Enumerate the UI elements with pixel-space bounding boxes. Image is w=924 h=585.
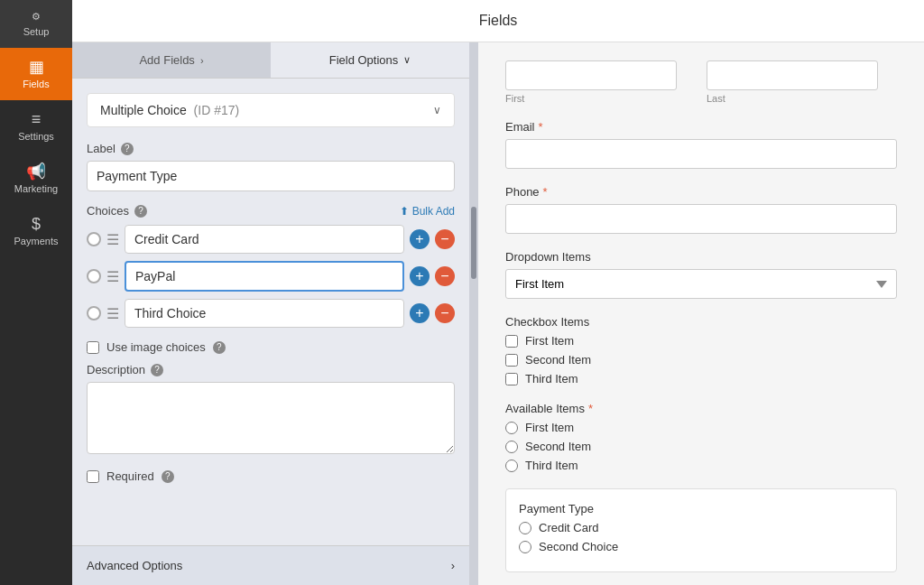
sidebar: ⚙ Setup ▦ Fields ≡ Settings 📢 Marketing …	[0, 0, 72, 585]
preview-email-group: Email *	[505, 120, 897, 169]
preview-payment-group: Payment Type Credit Card Second Choice	[505, 488, 897, 572]
right-panel: First Last Email * Phon	[478, 42, 924, 585]
choice-radio-1[interactable]	[87, 232, 101, 246]
choice-input-3[interactable]	[125, 299, 404, 328]
drag-handle-icon-1[interactable]: ☰	[106, 231, 119, 248]
preview-dropdown-select[interactable]: First Item Second Item Third Item	[505, 269, 897, 299]
payment-item-2-input[interactable]	[519, 541, 531, 553]
preview-radio-label: Available Items *	[505, 402, 897, 415]
field-options-chevron-icon: ∨	[403, 54, 411, 66]
label-field-label: Label ?	[87, 142, 455, 155]
choice-add-button-2[interactable]: +	[410, 266, 430, 286]
preview-checkbox-item-3: Third Item	[505, 372, 897, 385]
choice-add-button-1[interactable]: +	[410, 229, 430, 249]
preview-dropdown-wrapper: First Item Second Item Third Item	[505, 269, 897, 299]
use-image-choices-label: Use image choices	[106, 340, 206, 354]
add-fields-label: Add Fields	[139, 53, 194, 67]
preview-last-name-col: Last	[707, 60, 897, 104]
scroll-thumb[interactable]	[471, 207, 476, 279]
description-help-icon[interactable]: ?	[151, 364, 163, 376]
scroll-track[interactable]	[469, 42, 478, 585]
preview-email-input[interactable]	[505, 139, 897, 169]
radio-required-marker: *	[588, 402, 593, 415]
required-checkbox[interactable]	[87, 470, 99, 483]
label-help-icon[interactable]: ?	[121, 143, 134, 155]
checkbox-item-3-input[interactable]	[505, 373, 518, 385]
preview-payment-label: Payment Type	[519, 502, 883, 515]
preview-radio-group: Available Items * First Item Second Item…	[505, 402, 897, 472]
content-area: Add Fields › Field Options ∨ Multiple Ch…	[72, 42, 924, 585]
description-label: Description ?	[87, 363, 455, 376]
checkbox-item-3-label: Third Item	[525, 372, 578, 385]
checkbox-item-1-input[interactable]	[505, 335, 518, 348]
radio-item-2-input[interactable]	[505, 441, 518, 453]
payment-item-1-input[interactable]	[519, 522, 531, 534]
choice-remove-button-3[interactable]: −	[435, 303, 455, 323]
sidebar-item-label: Payments	[14, 236, 59, 246]
drag-handle-icon-3[interactable]: ☰	[106, 305, 119, 322]
bulk-add-button[interactable]: ⬆ Bulk Add	[400, 205, 455, 218]
tab-add-fields[interactable]: Add Fields ›	[72, 42, 271, 78]
use-image-choices-row: Use image choices ?	[87, 340, 455, 354]
sidebar-item-settings[interactable]: ≡ Settings	[0, 100, 72, 153]
radio-item-3-label: Third Item	[525, 459, 578, 472]
left-panel: Add Fields › Field Options ∨ Multiple Ch…	[72, 42, 469, 585]
preview-email-label: Email *	[505, 120, 897, 134]
choice-remove-button-2[interactable]: −	[435, 266, 455, 286]
use-image-choices-checkbox[interactable]	[87, 341, 99, 354]
field-options-label: Field Options	[329, 53, 399, 67]
tab-field-options[interactable]: Field Options ∨	[271, 42, 469, 78]
sidebar-item-label: Setup	[23, 26, 50, 37]
preview-checkbox-label: Checkbox Items	[505, 315, 897, 329]
radio-item-2-label: Second Item	[525, 440, 591, 453]
marketing-icon: 📢	[26, 163, 46, 180]
preview-dropdown-label: Dropdown Items	[505, 250, 897, 264]
sidebar-item-marketing[interactable]: 📢 Marketing	[0, 153, 72, 205]
sidebar-item-payments[interactable]: $ Payments	[0, 205, 72, 257]
phone-required-marker: *	[543, 185, 548, 199]
required-row: Required ?	[87, 469, 455, 483]
payment-item-1-label: Credit Card	[539, 521, 598, 534]
image-choices-help-icon[interactable]: ?	[213, 341, 226, 354]
preview-payment-item-2: Second Choice	[519, 540, 883, 553]
preview-checkbox-item-1: First Item	[505, 334, 897, 348]
drag-handle-icon-2[interactable]: ☰	[106, 268, 119, 285]
preview-radio-item-2: Second Item	[505, 440, 897, 453]
radio-item-3-input[interactable]	[505, 460, 518, 472]
preview-phone-input[interactable]	[505, 204, 897, 234]
choice-add-button-3[interactable]: +	[410, 303, 430, 323]
choice-remove-button-1[interactable]: −	[435, 229, 455, 249]
sidebar-item-setup[interactable]: ⚙ Setup	[0, 0, 72, 48]
payments-icon: $	[32, 216, 41, 232]
panel-tabs: Add Fields › Field Options ∨	[72, 42, 469, 79]
radio-item-1-input[interactable]	[505, 422, 518, 434]
required-help-icon[interactable]: ?	[162, 470, 174, 483]
description-textarea[interactable]	[87, 382, 455, 454]
add-fields-chevron-icon: ›	[200, 55, 204, 66]
preview-payment-item-1: Credit Card	[519, 521, 883, 534]
payment-item-2-label: Second Choice	[539, 540, 618, 553]
sidebar-item-fields[interactable]: ▦ Fields	[0, 48, 72, 100]
preview-last-name-sub: Last	[707, 93, 897, 104]
preview-first-name-input[interactable]	[505, 60, 677, 90]
bulk-add-icon: ⬆	[400, 205, 409, 218]
preview-name-inputs: First Last	[505, 60, 897, 104]
choice-input-1[interactable]	[125, 225, 404, 254]
sidebar-item-label: Fields	[23, 79, 49, 89]
advanced-options[interactable]: Advanced Options ›	[72, 545, 469, 585]
choice-radio-3[interactable]	[87, 306, 101, 320]
preview-first-name-col: First	[505, 60, 696, 104]
field-section-header[interactable]: Multiple Choice (ID #17) ∨	[87, 93, 455, 127]
choice-row-2: ☰ + −	[87, 261, 455, 292]
choice-radio-2[interactable]	[87, 269, 101, 283]
main-area: Fields Add Fields › Field Options ∨	[72, 0, 924, 585]
preview-last-name-input[interactable]	[707, 60, 878, 90]
preview-checkbox-group: Checkbox Items First Item Second Item Th…	[505, 315, 897, 385]
checkbox-item-2-input[interactable]	[505, 354, 518, 367]
checkbox-item-1-label: First Item	[525, 334, 574, 348]
preview-radio-item-1: First Item	[505, 421, 897, 434]
sidebar-item-label: Marketing	[14, 183, 58, 194]
label-input[interactable]	[87, 161, 455, 191]
choice-input-2[interactable]	[125, 261, 404, 292]
choices-help-icon[interactable]: ?	[134, 205, 147, 218]
